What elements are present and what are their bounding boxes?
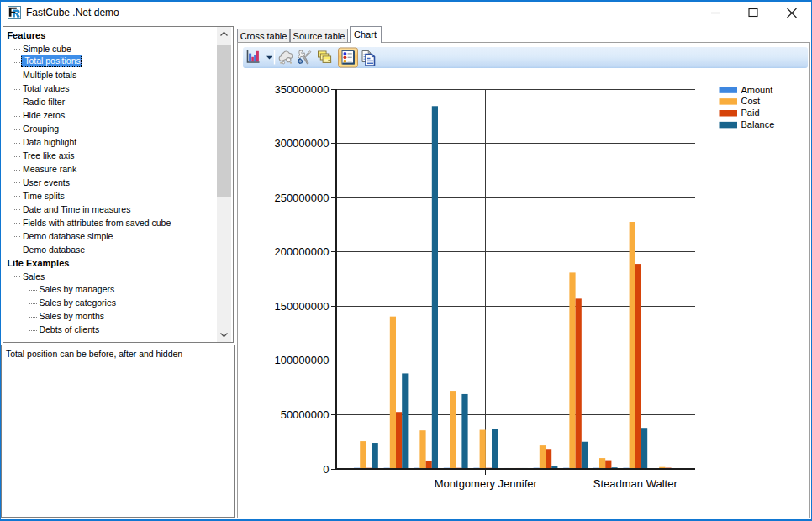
svg-text:Amount: Amount xyxy=(741,85,773,95)
svg-text:0: 0 xyxy=(323,463,329,476)
svg-text:Paid: Paid xyxy=(741,108,760,118)
svg-text:Montgomery Jennifer: Montgomery Jennifer xyxy=(435,477,538,490)
svg-text:Steadman Walter: Steadman Walter xyxy=(593,477,678,490)
svg-text:250000000: 250000000 xyxy=(274,192,329,204)
svg-text:100000000: 100000000 xyxy=(274,354,329,366)
svg-text:150000000: 150000000 xyxy=(274,300,329,313)
svg-text:300000000: 300000000 xyxy=(274,137,329,150)
svg-text:50000000: 50000000 xyxy=(281,408,330,421)
svg-text:350000000: 350000000 xyxy=(274,83,329,96)
svg-text:Balance: Balance xyxy=(741,119,775,129)
svg-text:200000000: 200000000 xyxy=(274,245,329,258)
svg-text:Cost: Cost xyxy=(741,96,761,106)
